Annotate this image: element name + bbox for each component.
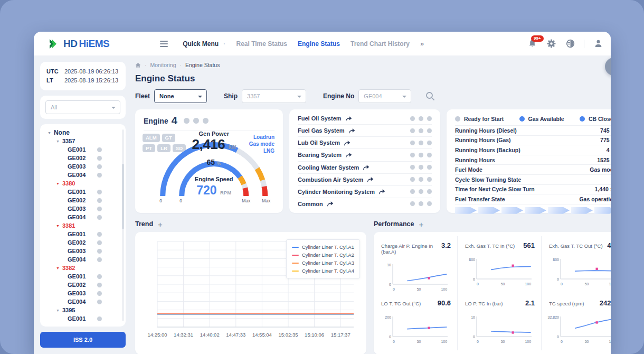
tree-engine-3395-ge001[interactable]: GE001 bbox=[44, 314, 122, 323]
quick-menu-label[interactable]: Quick Menu bbox=[183, 40, 219, 48]
tree-node-3395[interactable]: ▼3395 bbox=[44, 306, 122, 314]
tree-node-3357[interactable]: ▼3357 bbox=[44, 137, 122, 145]
forward-arrow-icon[interactable] bbox=[345, 116, 352, 122]
tree-engine-3381-ge003[interactable]: GE003 bbox=[44, 247, 122, 255]
filter-bar: Fleet None Ship 3357 Engine No GE004 bbox=[135, 89, 611, 103]
fleet-select[interactable]: None bbox=[154, 89, 207, 103]
breadcrumb: · Monitoring · Engine Status bbox=[135, 61, 611, 69]
svg-text:100: 100 bbox=[609, 282, 611, 286]
breadcrumb-monitoring[interactable]: Monitoring bbox=[150, 62, 176, 68]
tree-engine-3381-ge001[interactable]: GE001 bbox=[44, 230, 122, 238]
status-dot-on bbox=[519, 116, 525, 122]
system-row-cooling-water-system[interactable]: Cooling Water System bbox=[298, 162, 432, 174]
user-profile-icon[interactable] bbox=[593, 39, 603, 49]
system-row-cylinder-monitoring-system[interactable]: Cylinder Monitoring System bbox=[298, 186, 432, 198]
legend-item: Cylinder Liner T. Cyl.A1 bbox=[292, 243, 354, 251]
menu-icon[interactable] bbox=[160, 41, 168, 47]
tree-engine-3380-ge001[interactable]: GE001 bbox=[44, 188, 122, 196]
tree-node-3380[interactable]: ▼3380 bbox=[44, 179, 122, 188]
tree-engine-3381-ge002[interactable]: GE002 bbox=[44, 238, 122, 247]
forward-arrow-icon[interactable] bbox=[345, 152, 352, 158]
status-row-running-hours: Running Hours1525 hr bbox=[455, 155, 611, 165]
legend-swatch bbox=[292, 255, 299, 256]
status-dot bbox=[410, 177, 415, 182]
tree-caret-icon[interactable]: ▼ bbox=[56, 266, 60, 270]
transfer-chevron bbox=[501, 207, 523, 214]
system-row-fuel-oil-system[interactable]: Fuel Oil System bbox=[298, 113, 432, 125]
system-status-dots bbox=[410, 177, 432, 182]
tree-engine-3380-ge003[interactable]: GE003 bbox=[44, 204, 122, 213]
logo-text-hiems: HiEMS bbox=[79, 38, 109, 49]
performance-card: Charge Air P. Engine In (bar.A)3.2100050… bbox=[374, 232, 611, 354]
inner-gauge-max: Max bbox=[242, 198, 250, 203]
svg-text:32,820: 32,820 bbox=[548, 315, 560, 319]
tree-engine-3357-ge001[interactable]: GE001 bbox=[44, 145, 122, 154]
performance-add-button[interactable]: + bbox=[419, 220, 423, 228]
svg-text:0: 0 bbox=[393, 340, 395, 343]
tree-engine-3357-ge002[interactable]: GE002 bbox=[44, 154, 122, 162]
system-row-fuel-gas-system[interactable]: Fuel Gas System bbox=[298, 125, 432, 137]
status-dot-on bbox=[580, 116, 585, 122]
system-label: Fuel Oil System bbox=[298, 115, 342, 122]
tree-caret-icon[interactable]: ▼ bbox=[56, 139, 60, 143]
tree-node-3382[interactable]: ▼3382 bbox=[44, 264, 122, 272]
forward-arrow-icon[interactable] bbox=[348, 128, 355, 134]
search-icon[interactable] bbox=[425, 91, 435, 101]
settings-gear-icon[interactable] bbox=[546, 39, 556, 49]
lt-label: LT bbox=[46, 76, 64, 85]
fleet-tree: ▼None▼3357GE001GE002GE003GE004▼3380GE001… bbox=[40, 124, 126, 327]
forward-arrow-icon[interactable] bbox=[344, 140, 351, 146]
fuel-transfer-arrows bbox=[455, 207, 611, 214]
tree-caret-icon[interactable]: ▼ bbox=[56, 224, 60, 228]
ship-label: Ship bbox=[224, 92, 238, 100]
engine-no-select[interactable]: GE004 bbox=[358, 89, 411, 103]
forward-arrow-icon[interactable] bbox=[378, 189, 385, 194]
status-dot bbox=[427, 201, 432, 206]
tree-engine-3382-ge002[interactable]: GE002 bbox=[44, 281, 122, 289]
nav-item-engine-status[interactable]: Engine Status bbox=[298, 40, 340, 48]
trend-add-button[interactable]: + bbox=[158, 220, 163, 228]
lt-time: 2025-08-19 15:26:13 bbox=[64, 76, 118, 85]
notifications-bell-icon[interactable]: 99+ bbox=[527, 39, 537, 49]
tree-engine-3382-ge003[interactable]: GE003 bbox=[44, 289, 122, 297]
tree-scrollbar[interactable] bbox=[122, 129, 124, 321]
ship-select[interactable]: 3357 bbox=[242, 89, 306, 103]
forward-arrow-icon[interactable] bbox=[367, 176, 374, 182]
tree-engine-3381-ge004[interactable]: GE004 bbox=[44, 255, 122, 264]
system-row-combustion-air-system[interactable]: Combustion Air System bbox=[298, 174, 432, 186]
tree-engine-3380-ge004[interactable]: GE004 bbox=[44, 213, 122, 221]
nav-item-real-time-status[interactable]: Real Time Status bbox=[236, 40, 287, 48]
tree-caret-icon[interactable]: ▼ bbox=[56, 309, 60, 312]
system-row-bearing-system[interactable]: Bearing System bbox=[298, 149, 432, 161]
forward-arrow-icon[interactable] bbox=[363, 164, 370, 170]
iss-button[interactable]: ISS 2.0 bbox=[40, 332, 126, 348]
status-row-cycle-slow-turning-state: Cycle Slow Turning State- bbox=[455, 175, 611, 185]
status-row-time-for-next-cycle-slow-turn: Time for Next Cycle Slow Turn1,440 : 0 bbox=[455, 185, 611, 195]
home-icon[interactable] bbox=[135, 62, 141, 68]
tree-caret-icon[interactable]: ▼ bbox=[48, 131, 51, 135]
tree-engine-3380-ge002[interactable]: GE002 bbox=[44, 196, 122, 204]
tree-caret-icon[interactable]: ▼ bbox=[56, 182, 60, 185]
tree-engine-3382-ge004[interactable]: GE004 bbox=[44, 297, 122, 306]
system-row-lub-oil-system[interactable]: Lub Oil System bbox=[298, 137, 432, 149]
top-bar: HDHiEMS Quick Menu · Real Time StatusEng… bbox=[34, 32, 611, 55]
system-row-common[interactable]: Common bbox=[298, 198, 432, 210]
forward-arrow-icon[interactable] bbox=[327, 201, 334, 207]
tree-engine-3357-ge003[interactable]: GE003 bbox=[44, 162, 122, 171]
tree-node-3381[interactable]: ▼3381 bbox=[44, 221, 122, 230]
status-value: 4 hr bbox=[607, 147, 611, 153]
tree-engine-3357-ge004[interactable]: GE004 bbox=[44, 171, 122, 179]
theme-contrast-icon[interactable] bbox=[565, 39, 575, 49]
svg-text:800: 800 bbox=[469, 258, 475, 262]
status-dot bbox=[419, 165, 423, 170]
nav-item-trend-chart-history[interactable]: Trend Chart History bbox=[351, 40, 410, 48]
tree-engine-3382-ge001[interactable]: GE001 bbox=[44, 272, 122, 281]
top-nav: Quick Menu · Real Time StatusEngine Stat… bbox=[183, 39, 424, 49]
main-content: · Monitoring · Engine Status Engine Stat… bbox=[131, 55, 611, 354]
legend-swatch bbox=[292, 271, 299, 272]
nav-more-chevrons[interactable]: » bbox=[420, 40, 424, 48]
engine-speed-label: Engine Speed bbox=[153, 176, 274, 182]
fleet-filter-select[interactable]: All bbox=[45, 100, 120, 114]
utc-label: UTC bbox=[46, 67, 64, 76]
tree-node-none[interactable]: ▼None bbox=[44, 128, 122, 137]
